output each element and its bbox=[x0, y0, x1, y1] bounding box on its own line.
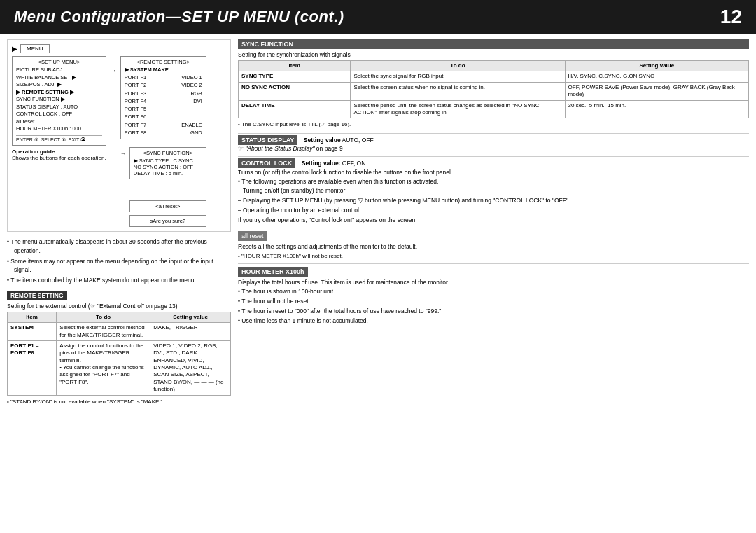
menu-item-8: all reset bbox=[16, 118, 102, 126]
delay-time-item: DELAY TIME bbox=[239, 100, 351, 118]
system-make-label: ▶ SYSTEM MAKE bbox=[125, 67, 202, 73]
hour-meter-bullets: • The hour is shown in 100-hour unit. • … bbox=[238, 287, 749, 325]
delay-time-todo: Select the period until the screen statu… bbox=[351, 100, 565, 118]
sync-note: • The C.SYNC input level is TTL (☞ page … bbox=[238, 120, 749, 128]
no-sync-setting: OFF, POWER SAVE (Power Save mode), GRAY … bbox=[565, 82, 748, 100]
sync-function-header: SYNC FUNCTION bbox=[238, 39, 749, 49]
sync-function-diag-title: <SYNC FUNCTION> bbox=[134, 150, 202, 156]
menu-item-3: SIZE/POSI. ADJ. ▶ bbox=[16, 81, 102, 89]
table-row: SYSTEM Select the external control metho… bbox=[8, 323, 231, 341]
status-setting-value: AUTO, OFF bbox=[342, 137, 374, 144]
port-f1-f6-item: PORT F1 – PORT F6 bbox=[8, 340, 57, 395]
arrow-1: → bbox=[110, 67, 117, 74]
operation-guide-desc: Shows the buttons for each operation. bbox=[12, 155, 106, 161]
menu-item-1: PICTURE SUB ADJ. bbox=[16, 67, 102, 74]
setup-menu-box: <SET UP MENU> PICTURE SUB ADJ. WHITE BAL… bbox=[12, 56, 106, 161]
sync-col-item: Item bbox=[239, 61, 351, 71]
top-arrow-right: ▶ bbox=[12, 45, 18, 53]
status-display-header: STATUS DISPLAY bbox=[238, 135, 298, 145]
port-f1-f6-setting: VIDEO 1, VIDEO 2, RGB, DVI, STD., DARK E… bbox=[150, 340, 231, 395]
port-f6: PORT F6 bbox=[125, 113, 202, 120]
sync-function-section: SYNC FUNCTION Setting for the synchroniz… bbox=[238, 39, 749, 129]
sync-function-desc: Setting for the synchronization with sig… bbox=[238, 51, 749, 58]
page-title: Menu Configuration—SET UP MENU (cont.) bbox=[14, 8, 344, 26]
menu-item-4: ▶ REMOTE SETTING ▶ bbox=[16, 89, 102, 97]
sync-function-diagram-box: <SYNC FUNCTION> ▶ SYNC TYPE : C.SYNC NO … bbox=[130, 147, 206, 179]
no-sync-todo: Select the screen status when no signal … bbox=[351, 82, 565, 100]
table-row: PORT F1 – PORT F6 Assign the control fun… bbox=[8, 340, 231, 395]
no-sync-item: NO SYNC ACTION bbox=[239, 82, 351, 100]
left-panel: ▶ MENU <SET UP MENU> PICTURE SUB ADJ. WH… bbox=[7, 39, 231, 527]
operation-guide-title: Operation guide bbox=[12, 148, 106, 155]
enter-label: ENTER ⑥ bbox=[16, 137, 38, 143]
table-row: DELAY TIME Select the period until the s… bbox=[239, 100, 749, 118]
col-setting-header: Setting value bbox=[150, 312, 231, 322]
sync-function-table: Item To do Setting value SYNC TYPE Selec… bbox=[238, 60, 749, 118]
table-row: NO SYNC ACTION Select the screen status … bbox=[239, 82, 749, 100]
remote-setting-section: REMOTE SETTING Setting for the external … bbox=[7, 291, 231, 406]
menu-item-5: SYNC FUNCTION ▶ bbox=[16, 96, 102, 104]
arrow-2: → bbox=[120, 150, 127, 157]
port-f1: PORT F1VIDEO 1 bbox=[125, 74, 202, 81]
hour-meter-header: HOUR METER X100h bbox=[238, 267, 308, 277]
control-setting-value: OFF, ON bbox=[342, 160, 366, 167]
port-f1-f6-todo: Assign the control functions to the pins… bbox=[57, 340, 150, 395]
sync-col-todo: To do bbox=[351, 61, 565, 71]
operation-guide: Operation guide Shows the buttons for ea… bbox=[12, 148, 106, 161]
hm-bullet-2: • The hour will not be reset. bbox=[238, 297, 749, 306]
col-item-header: Item bbox=[8, 312, 57, 322]
confirm-diag-box: sAre you sure? bbox=[130, 215, 206, 227]
menu-flow: <SET UP MENU> PICTURE SUB ADJ. WHITE BAL… bbox=[12, 56, 226, 227]
status-setting-label: Setting value bbox=[304, 137, 341, 144]
sync-type-item: SYNC TYPE bbox=[239, 71, 351, 82]
menu-item-6: STATUS DISPLAY : AUTO bbox=[16, 104, 102, 111]
control-lock-section: CONTROL LOCK Setting value: OFF, ON Turn… bbox=[238, 156, 749, 225]
main-content: ▶ MENU <SET UP MENU> PICTURE SUB ADJ. WH… bbox=[0, 34, 756, 533]
delay-time-setting: 30 sec., 5 min., 15 min. bbox=[565, 100, 748, 118]
left-bullet-section: • The menu automatically disappears in a… bbox=[7, 237, 231, 285]
status-link-text: "About the Status Display" bbox=[245, 145, 314, 152]
hm-bullet-3: • The hour is reset to "000" after the t… bbox=[238, 307, 749, 316]
all-reset-note: • "HOUR METER X100h" will not be reset. bbox=[238, 252, 749, 260]
cl-bullet-5: If you try other operations, "Control lo… bbox=[238, 216, 749, 225]
port-f7: PORT F7ENABLE bbox=[125, 121, 202, 129]
control-lock-desc: Turns on (or off) the control lock funct… bbox=[238, 169, 749, 176]
system-todo: Select the external control method for t… bbox=[57, 323, 150, 341]
bullet-1: • The menu automatically disappears in a… bbox=[7, 237, 231, 256]
all-reset-desc: Resets all the settings and adjustments … bbox=[238, 243, 749, 250]
hm-bullet-1: • The hour is shown in 100-hour unit. bbox=[238, 287, 749, 296]
table-row: SYNC TYPE Select the sync signal for RGB… bbox=[239, 71, 749, 82]
remote-setting-diag-title: <REMOTE SETTING> bbox=[125, 59, 202, 65]
all-reset-diag-box: <all reset> bbox=[130, 200, 206, 212]
port-f5: PORT F5 bbox=[125, 105, 202, 113]
all-reset-header: all reset bbox=[238, 231, 267, 241]
menu-item-2: WHITE BALANCE SET ▶ bbox=[16, 74, 102, 82]
select-label: SELECT ⑧ bbox=[41, 137, 66, 143]
port-f8: PORT F8GND bbox=[125, 129, 202, 137]
right-panel: SYNC FUNCTION Setting for the synchroniz… bbox=[238, 39, 749, 527]
remote-setting-table: Item To do Setting value SYSTEM Select t… bbox=[7, 312, 231, 396]
page-number: 12 bbox=[720, 6, 742, 28]
system-setting: MAKE, TRIGGER bbox=[150, 323, 231, 341]
page-header: Menu Configuration—SET UP MENU (cont.) 1… bbox=[0, 0, 756, 34]
hour-meter-section: HOUR METER X100h Displays the total hour… bbox=[238, 263, 749, 325]
menu-item-7: CONTROL LOCK : OFF bbox=[16, 111, 102, 118]
system-item: SYSTEM bbox=[8, 323, 57, 341]
col-todo-header: To do bbox=[57, 312, 150, 322]
cl-bullet-3: – Displaying the SET UP MENU (by pressin… bbox=[238, 196, 749, 205]
bullet-2: • Some items may not appear on the menu … bbox=[7, 257, 231, 275]
hour-meter-desc: Displays the total hours of use. This it… bbox=[238, 279, 749, 286]
no-sync-diag: NO SYNC ACTION : OFF bbox=[134, 164, 202, 170]
remote-setting-note: • "STAND BY/ON" is not available when "S… bbox=[7, 398, 231, 406]
sync-function-diagram-area: <SYNC FUNCTION> ▶ SYNC TYPE : C.SYNC NO … bbox=[130, 144, 206, 227]
control-lock-bullets: • The following operations are available… bbox=[238, 177, 749, 225]
hm-bullet-4: • Use time less than 1 minute is not acc… bbox=[238, 317, 749, 326]
sync-col-setting: Setting value bbox=[565, 61, 748, 71]
setup-menu-title: <SET UP MENU> bbox=[16, 59, 102, 65]
cl-bullet-4: – Operating the monitor by an external c… bbox=[238, 206, 749, 215]
menu-label: MENU bbox=[20, 44, 50, 53]
menu-item-9: HOUR METER X100h : 000 bbox=[16, 125, 102, 133]
port-f2: PORT F2VIDEO 2 bbox=[125, 81, 202, 89]
delay-time-diag: DELAY TIME : 5 min. bbox=[134, 170, 202, 176]
exit-label: EXIT ㉘ bbox=[69, 137, 85, 143]
